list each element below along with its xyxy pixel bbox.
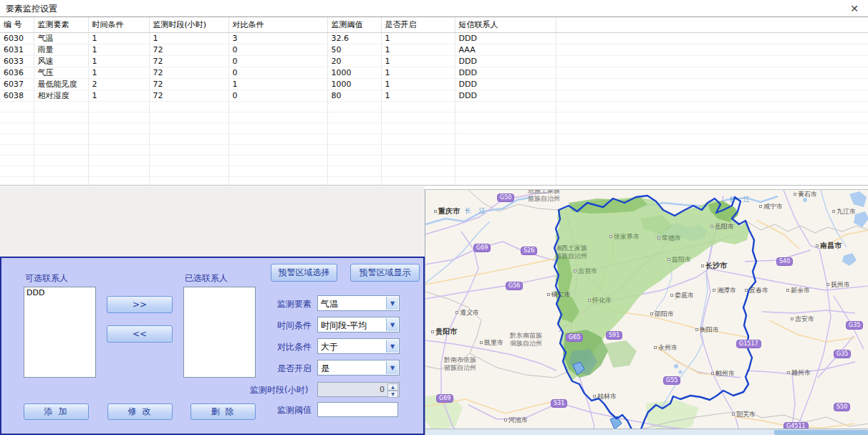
map-horizontal-scrollbar[interactable]: [425, 429, 868, 435]
settings-panel: 可选联系人 DDD 已选联系人 >> << 添 加 修 改 删 除 预警区域选择…: [0, 257, 425, 435]
table-empty-row: [0, 123, 868, 133]
warning-area-display-button[interactable]: 预警区域显示: [350, 264, 420, 282]
period-label: 监测时段(小时): [250, 384, 308, 396]
column-header[interactable]: 是否开启: [381, 17, 455, 32]
column-header[interactable]: 对比条件: [228, 17, 327, 32]
monitor-rules-table[interactable]: 编 号监测要素时间条件监测时段(小时)对比条件监测阈值是否开启短信联系人 603…: [0, 16, 868, 186]
table-row[interactable]: 6036气压172010001DDD: [0, 67, 868, 78]
available-contacts-list[interactable]: DDD: [24, 287, 96, 378]
column-header[interactable]: 监测时段(小时): [149, 17, 228, 32]
table-empty-row: [0, 166, 868, 176]
selected-contacts-list[interactable]: [183, 287, 256, 378]
delete-button[interactable]: 删 除: [191, 403, 256, 420]
title-bar: 要素监控设置 ✕: [0, 0, 868, 16]
map-art: [425, 190, 868, 435]
time-condition-label: 时间条件: [277, 320, 312, 332]
table-header-row[interactable]: 编 号监测要素时间条件监测时段(小时)对比条件监测阈值是否开启短信联系人: [0, 17, 868, 32]
column-header[interactable]: 时间条件: [88, 17, 149, 32]
scrollbar-thumb[interactable]: [774, 430, 868, 435]
column-header[interactable]: 编 号: [0, 17, 34, 32]
threshold-input[interactable]: [317, 402, 398, 417]
table-empty-row: [0, 144, 868, 155]
element-monitor-window: 要素监控设置 ✕ 编 号监测要素时间条件监测时段(小时)对比条件监测阈值是否开启…: [0, 0, 868, 435]
table-empty-row: [0, 155, 868, 166]
time-condition-combo[interactable]: 时间段-平均 ▼: [317, 317, 400, 333]
add-button[interactable]: 添 加: [24, 403, 89, 420]
compare-condition-label: 对比条件: [277, 341, 312, 353]
column-header[interactable]: 短信联系人: [455, 17, 556, 32]
table-row[interactable]: 6030气温11332.61DDD: [0, 32, 868, 44]
compare-condition-combo[interactable]: 大于 ▼: [317, 338, 400, 354]
chevron-down-icon[interactable]: ▼: [386, 340, 398, 353]
table-row[interactable]: 6037最低能见度272110001DDD: [0, 78, 868, 90]
compare-condition-value: 大于: [321, 341, 338, 353]
table-row[interactable]: 6031雨量1720501AAA: [0, 44, 868, 55]
table-row[interactable]: 6033风速1720201DDD: [0, 55, 868, 67]
move-left-button[interactable]: <<: [107, 325, 173, 343]
element-label: 监测要素: [277, 298, 312, 310]
table-row[interactable]: 6038相对湿度1720801DDD: [0, 90, 868, 101]
threshold-label: 监测阈值: [277, 404, 312, 416]
map-canvas[interactable]: 重庆市遵义市贵阳市凯里市黔东南苗族 侗族自治州黔南布依族 苗族自治州河池市桂林市…: [425, 189, 868, 435]
modify-button[interactable]: 修 改: [107, 403, 173, 420]
window-title: 要素监控设置: [6, 3, 57, 15]
table-empty-row: [0, 101, 868, 112]
available-contacts-label: 可选联系人: [25, 272, 68, 285]
selected-contacts-label: 已选联系人: [185, 272, 228, 285]
time-condition-value: 时间段-平均: [321, 320, 367, 332]
spin-down-icon[interactable]: ▼: [387, 391, 398, 398]
spin-up-icon[interactable]: ▲: [387, 383, 398, 391]
period-stepper[interactable]: 0 ▲▼: [317, 382, 400, 397]
enabled-value: 是: [321, 363, 329, 375]
enabled-label: 是否开启: [277, 363, 312, 375]
chevron-down-icon[interactable]: ▼: [386, 361, 398, 374]
chevron-down-icon[interactable]: ▼: [386, 318, 398, 331]
period-value: 0: [380, 385, 385, 394]
table-empty-row: [0, 112, 868, 123]
chevron-down-icon[interactable]: ▼: [386, 297, 398, 310]
enabled-combo[interactable]: 是 ▼: [317, 360, 400, 376]
list-item[interactable]: DDD: [24, 287, 95, 297]
column-header[interactable]: 监测要素: [34, 17, 88, 32]
close-icon[interactable]: ✕: [848, 2, 861, 15]
move-right-button[interactable]: >>: [107, 296, 173, 313]
table-empty-row: [0, 176, 868, 186]
table-empty-row: [0, 133, 868, 144]
spacer-area: [0, 186, 425, 257]
element-combo[interactable]: 气温 ▼: [317, 295, 400, 311]
column-header[interactable]: 监测阈值: [327, 17, 381, 32]
warning-area-select-button[interactable]: 预警区域选择: [271, 264, 337, 282]
element-value: 气温: [321, 298, 338, 310]
